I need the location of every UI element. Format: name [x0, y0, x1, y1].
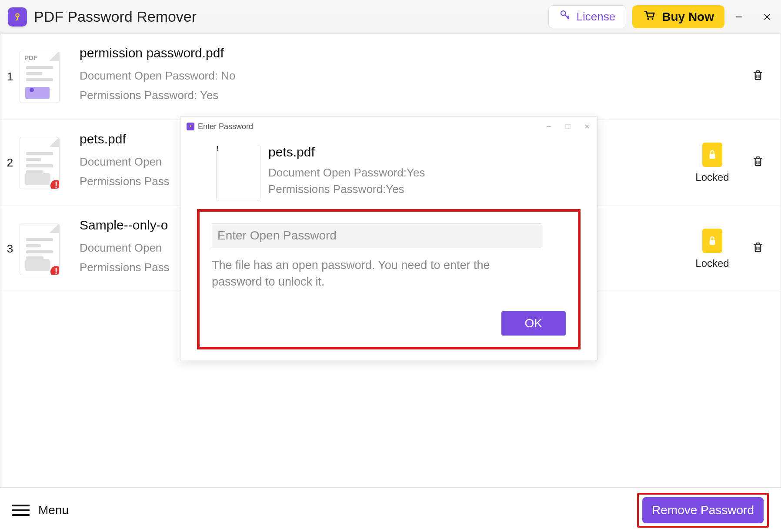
dialog-title: Enter Password: [198, 122, 541, 131]
pdf-thumbnail-icon: !: [20, 137, 60, 189]
dialog-file-info: pets.pdf Document Open Password:Yes Perm…: [268, 145, 425, 197]
trash-icon[interactable]: [751, 241, 764, 257]
dialog-file-name: pets.pdf: [268, 145, 425, 160]
license-label: License: [577, 10, 616, 23]
file-name: permission password.pdf: [80, 46, 736, 60]
remove-highlight: Remove Password: [637, 493, 769, 528]
password-input[interactable]: [212, 223, 542, 248]
dialog-close-button[interactable]: [583, 123, 591, 130]
svg-point-6: [190, 126, 191, 127]
minimize-button[interactable]: [733, 11, 745, 23]
dialog-open-password: Document Open Password:Yes: [268, 165, 425, 181]
buy-label: Buy Now: [662, 10, 714, 24]
file-perm-password: Permissions Password: Yes: [80, 89, 736, 102]
lock-icon: [702, 229, 722, 253]
buy-now-button[interactable]: Buy Now: [632, 5, 724, 28]
cart-icon: [643, 9, 656, 25]
key-icon: [559, 9, 571, 24]
svg-point-3: [652, 18, 654, 20]
alert-icon: !: [50, 179, 60, 189]
menu-label: Menu: [38, 503, 69, 517]
titlebar: PDF Password Remover License Buy Now: [0, 0, 781, 34]
file-open-password: Document Open Password: No: [80, 69, 736, 83]
dialog-perm-password: Permissions Password:Yes: [268, 181, 425, 198]
dialog-maximize-button[interactable]: [564, 123, 572, 130]
password-help-text: The file has an open password. You need …: [212, 257, 542, 290]
app-icon: [8, 7, 27, 27]
license-button[interactable]: License: [548, 5, 627, 28]
enter-password-dialog: Enter Password ! pets.pdf Document Open …: [180, 116, 597, 360]
file-row[interactable]: 1 PDF permission password.pdf Document O…: [0, 34, 781, 120]
alert-icon: !: [217, 145, 260, 153]
svg-rect-7: [566, 124, 570, 129]
dialog-minimize-button[interactable]: [545, 123, 553, 130]
status-column: Locked: [688, 229, 736, 269]
pdf-thumbnail-icon: PDF: [20, 51, 60, 103]
trash-icon[interactable]: [751, 155, 764, 171]
remove-password-button[interactable]: Remove Password: [642, 497, 764, 523]
row-index: 3: [5, 242, 15, 256]
status-column: Locked: [688, 143, 736, 183]
close-button[interactable]: [761, 11, 773, 23]
dialog-pdf-thumbnail-icon: !: [216, 145, 260, 201]
dialog-titlebar: Enter Password: [180, 117, 597, 136]
row-index: 1: [5, 70, 15, 83]
dialog-highlight: The file has an open password. You need …: [197, 209, 581, 349]
pdf-thumbnail-icon: !: [20, 223, 60, 275]
svg-point-2: [647, 18, 649, 20]
svg-rect-4: [710, 154, 715, 159]
svg-rect-5: [710, 240, 715, 245]
ok-button[interactable]: OK: [501, 311, 566, 336]
hamburger-icon: [12, 505, 30, 516]
window-controls: [733, 11, 773, 23]
status-label: Locked: [695, 257, 729, 269]
file-info: permission password.pdf Document Open Pa…: [80, 46, 736, 108]
trash-icon[interactable]: [751, 69, 764, 85]
footer: Menu Remove Password: [0, 488, 781, 532]
alert-icon: !: [50, 265, 60, 275]
status-label: Locked: [695, 171, 729, 183]
dialog-app-icon: [187, 123, 194, 130]
row-index: 2: [5, 156, 15, 170]
lock-icon: [702, 143, 722, 167]
menu-button[interactable]: Menu: [12, 503, 69, 517]
app-title: PDF Password Remover: [34, 8, 197, 25]
